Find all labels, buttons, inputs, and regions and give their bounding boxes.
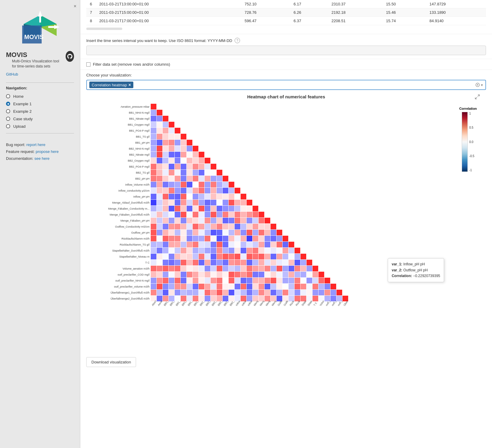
heatmap-cell[interactable] [187, 260, 192, 265]
heatmap-cell[interactable] [265, 278, 270, 283]
heatmap-cell[interactable] [151, 146, 156, 151]
heatmap-cell[interactable] [157, 134, 162, 139]
heatmap-cell[interactable] [211, 176, 216, 181]
heatmap-cell[interactable] [187, 212, 192, 217]
heatmap-cell[interactable] [175, 266, 180, 271]
heatmap-cell[interactable] [205, 284, 210, 289]
heatmap-cell[interactable] [223, 254, 228, 259]
heatmap-cell[interactable] [217, 224, 222, 229]
heatmap-cell[interactable] [163, 170, 168, 175]
heatmap-cell[interactable] [181, 224, 186, 229]
heatmap-cell[interactable] [163, 290, 168, 295]
heatmap-cell[interactable] [199, 224, 204, 229]
heatmap-cell[interactable] [301, 284, 306, 289]
heatmap-cell[interactable] [181, 158, 186, 163]
heatmap-cell[interactable] [205, 200, 210, 205]
heatmap-cell[interactable] [157, 188, 162, 193]
heatmap-cell[interactable] [265, 248, 270, 253]
heatmap-cell[interactable] [223, 230, 228, 235]
heatmap-cell[interactable] [199, 266, 204, 271]
heatmap-cell[interactable] [271, 254, 276, 259]
heatmap-cell[interactable] [169, 266, 174, 271]
heatmap-cell[interactable] [181, 164, 186, 169]
heatmap-cell[interactable] [175, 164, 180, 169]
heatmap-cell[interactable] [229, 224, 234, 229]
heatmap-cell[interactable] [229, 182, 234, 187]
heatmap-cell[interactable] [175, 200, 180, 205]
heatmap-cell[interactable] [259, 242, 264, 247]
heatmap-cell[interactable] [187, 236, 192, 241]
heatmap-cell[interactable] [265, 254, 270, 259]
heatmap-cell[interactable] [199, 176, 204, 181]
heatmap-cell[interactable] [205, 176, 210, 181]
heatmap-cell[interactable] [271, 236, 276, 241]
heatmap-cell[interactable] [157, 224, 162, 229]
heatmap-cell[interactable] [205, 182, 210, 187]
heatmap-cell[interactable] [169, 224, 174, 229]
heatmap-cell[interactable] [247, 212, 252, 217]
heatmap-cell[interactable] [169, 194, 174, 199]
heatmap-cell[interactable] [217, 194, 222, 199]
heatmap-cell[interactable] [199, 278, 204, 283]
heatmap-cell[interactable] [181, 260, 186, 265]
heatmap-cell[interactable] [247, 254, 252, 259]
heatmap-cell[interactable] [169, 128, 174, 133]
heatmap-cell[interactable] [307, 272, 312, 277]
heatmap-cell[interactable] [163, 122, 168, 127]
heatmap-cell[interactable] [211, 206, 216, 211]
heatmap-cell[interactable] [295, 260, 300, 265]
heatmap-cell[interactable] [157, 266, 162, 271]
heatmap-cell[interactable] [187, 182, 192, 187]
close-button[interactable]: × [74, 4, 76, 9]
heatmap-cell[interactable] [151, 290, 156, 295]
heatmap-cell[interactable] [187, 248, 192, 253]
heatmap-cell[interactable] [163, 212, 168, 217]
heatmap-cell[interactable] [199, 272, 204, 277]
heatmap-cell[interactable] [187, 158, 192, 163]
heatmap-cell[interactable] [229, 194, 234, 199]
viz-tag-close[interactable]: × [129, 82, 131, 87]
heatmap-cell[interactable] [211, 260, 216, 265]
heatmap-cell[interactable] [223, 182, 228, 187]
download-button[interactable]: Download visualization [86, 357, 136, 367]
heatmap-cell[interactable] [313, 266, 318, 271]
heatmap-cell[interactable] [211, 212, 216, 217]
heatmap-cell[interactable] [271, 230, 276, 235]
heatmap-cell[interactable] [181, 188, 186, 193]
heatmap-cell[interactable] [187, 200, 192, 205]
heatmap-cell[interactable] [169, 182, 174, 187]
feature-request-link[interactable]: propose here [36, 149, 59, 154]
heatmap-cell[interactable] [211, 230, 216, 235]
heatmap-cell[interactable] [181, 230, 186, 235]
heatmap-cell[interactable] [289, 260, 294, 265]
heatmap-cell[interactable] [181, 146, 186, 151]
heatmap-cell[interactable] [289, 284, 294, 289]
heatmap-cell[interactable] [241, 206, 246, 211]
heatmap-cell[interactable] [175, 254, 180, 259]
heatmap-cell[interactable] [157, 158, 162, 163]
heatmap-cell[interactable] [241, 194, 246, 199]
heatmap-cell[interactable] [241, 284, 246, 289]
heatmap-cell[interactable] [157, 230, 162, 235]
heatmap-cell[interactable] [151, 134, 156, 139]
heatmap-cell[interactable] [241, 242, 246, 247]
heatmap-cell[interactable] [193, 218, 198, 223]
heatmap-cell[interactable] [157, 176, 162, 181]
heatmap-cell[interactable] [187, 206, 192, 211]
heatmap-cell[interactable] [157, 200, 162, 205]
heatmap-cell[interactable] [271, 248, 276, 253]
heatmap-cell[interactable] [223, 284, 228, 289]
heatmap-cell[interactable] [211, 170, 216, 175]
heatmap-cell[interactable] [253, 254, 258, 259]
heatmap-cell[interactable] [319, 290, 324, 295]
heatmap-cell[interactable] [175, 188, 180, 193]
heatmap-cell[interactable] [235, 224, 240, 229]
heatmap-cell[interactable] [277, 248, 282, 253]
heatmap-cell[interactable] [247, 224, 252, 229]
heatmap-cell[interactable] [181, 236, 186, 241]
heatmap-cell[interactable] [175, 260, 180, 265]
heatmap-cell[interactable] [277, 236, 282, 241]
heatmap-cell[interactable] [163, 146, 168, 151]
heatmap-cell[interactable] [193, 260, 198, 265]
help-icon[interactable]: ? [235, 38, 240, 43]
